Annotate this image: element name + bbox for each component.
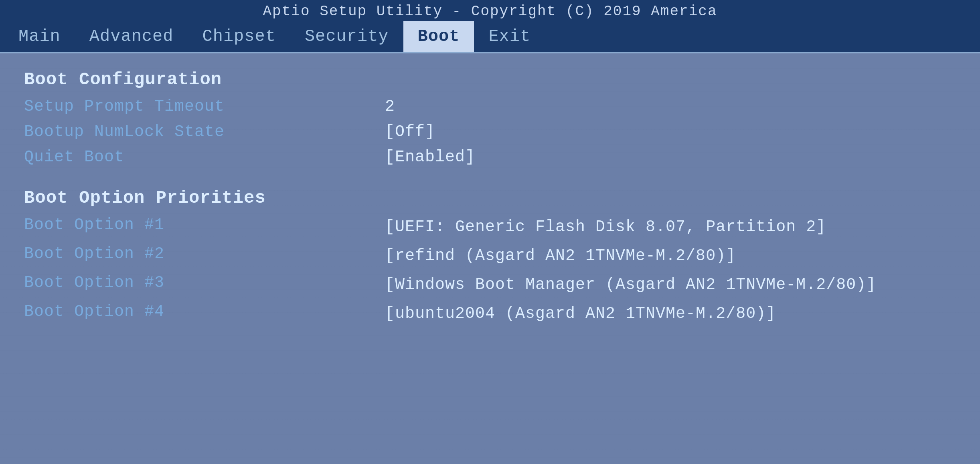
tab-chipset[interactable]: Chipset <box>188 21 290 52</box>
boot-option-1-label: Boot Option #1 <box>24 216 385 234</box>
tab-boot[interactable]: Boot <box>403 21 474 52</box>
quiet-boot-row[interactable]: Quiet Boot [Enabled] <box>24 148 956 166</box>
tab-exit[interactable]: Exit <box>474 21 545 52</box>
main-content: Boot Configuration Setup Prompt Timeout … <box>0 53 980 348</box>
section-gap-1 <box>24 173 956 188</box>
boot-option-2-label: Boot Option #2 <box>24 245 385 263</box>
boot-option-3-row[interactable]: Boot Option #3 [Windows Boot Manager (As… <box>24 274 956 296</box>
header-bar: Aptio Setup Utility - Copyright (C) 2019… <box>0 0 980 52</box>
boot-priorities-header: Boot Option Priorities <box>24 188 956 208</box>
bios-screen: Aptio Setup Utility - Copyright (C) 2019… <box>0 0 980 464</box>
boot-configuration-header: Boot Configuration <box>24 69 956 90</box>
boot-option-3-value: [Windows Boot Manager (Asgard AN2 1TNVMe… <box>385 274 876 296</box>
tab-main[interactable]: Main <box>4 21 75 52</box>
boot-option-4-value: [ubuntu2004 (Asgard AN2 1TNVMe-M.2/80)] <box>385 303 776 325</box>
tab-advanced[interactable]: Advanced <box>75 21 188 52</box>
nav-tabs: Main Advanced Chipset Security Boot Exit <box>0 21 980 52</box>
quiet-boot-label: Quiet Boot <box>24 148 385 166</box>
copyright-text: Aptio Setup Utility - Copyright (C) 2019… <box>0 0 980 21</box>
boot-option-3-label: Boot Option #3 <box>24 274 385 292</box>
setup-prompt-timeout-row[interactable]: Setup Prompt Timeout 2 <box>24 98 956 116</box>
boot-option-2-value: [refind (Asgard AN2 1TNVMe-M.2/80)] <box>385 245 736 267</box>
setup-prompt-timeout-label: Setup Prompt Timeout <box>24 98 385 116</box>
boot-option-1-value: [UEFI: Generic Flash Disk 8.07, Partitio… <box>385 216 826 238</box>
tab-security[interactable]: Security <box>290 21 403 52</box>
boot-option-2-row[interactable]: Boot Option #2 [refind (Asgard AN2 1TNVM… <box>24 245 956 267</box>
bootup-numlock-value: [Off] <box>385 123 435 141</box>
boot-option-4-row[interactable]: Boot Option #4 [ubuntu2004 (Asgard AN2 1… <box>24 303 956 325</box>
quiet-boot-value: [Enabled] <box>385 148 475 166</box>
boot-option-4-label: Boot Option #4 <box>24 303 385 321</box>
boot-option-1-row[interactable]: Boot Option #1 [UEFI: Generic Flash Disk… <box>24 216 956 238</box>
setup-prompt-timeout-value: 2 <box>385 98 395 116</box>
bootup-numlock-row[interactable]: Bootup NumLock State [Off] <box>24 123 956 141</box>
bootup-numlock-label: Bootup NumLock State <box>24 123 385 141</box>
